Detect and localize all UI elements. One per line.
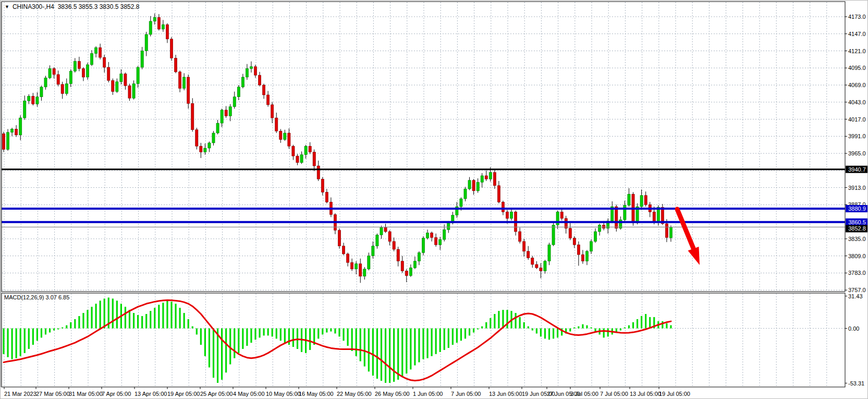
svg-text:22 May 05:00: 22 May 05:00 xyxy=(337,391,372,397)
chart-canvas[interactable]: 4173.04147.04121.04095.04069.04043.04017… xyxy=(1,1,868,399)
blue-support-hline-1[interactable] xyxy=(2,208,845,210)
svg-text:7 Jun 05:00: 7 Jun 05:00 xyxy=(451,391,481,397)
svg-text:21 Mar 2023: 21 Mar 2023 xyxy=(4,391,36,397)
svg-text:4017.0: 4017.0 xyxy=(848,116,866,123)
svg-text:31.43: 31.43 xyxy=(848,293,863,299)
svg-text:4121.0: 4121.0 xyxy=(848,48,866,54)
svg-text:19 Jul 05:00: 19 Jul 05:00 xyxy=(659,391,690,397)
svg-text:3852.8: 3852.8 xyxy=(848,225,866,232)
macd-histogram xyxy=(4,298,671,383)
mt4-chart-window: ▼CHINA300-,H4 3836.5 3855.3 3830.5 3852.… xyxy=(0,0,868,399)
time-axis[interactable]: 21 Mar 202327 Mar 05:0031 Mar 05:007 Apr… xyxy=(4,387,690,397)
svg-text:3940.7: 3940.7 xyxy=(848,166,866,173)
svg-text:1 Jun 05:00: 1 Jun 05:00 xyxy=(413,391,443,397)
chevron-down-icon[interactable]: ▼ xyxy=(5,4,9,9)
svg-text:4147.0: 4147.0 xyxy=(848,31,866,37)
svg-text:3860.5: 3860.5 xyxy=(848,219,866,225)
svg-text:3965.0: 3965.0 xyxy=(848,150,866,156)
hline-price-tag: 3940.7 xyxy=(846,166,868,173)
svg-text:13 Apr 05:00: 13 Apr 05:00 xyxy=(135,391,167,397)
svg-text:-53.31: -53.31 xyxy=(848,380,864,386)
svg-text:3 Jul 05:00: 3 Jul 05:00 xyxy=(570,391,598,397)
blue-hline-price-tag-1: 3880.9 xyxy=(846,205,868,212)
svg-text:7 Apr 05:00: 7 Apr 05:00 xyxy=(102,391,131,397)
black-resistance-hline[interactable] xyxy=(2,168,845,170)
svg-text:7 Jul 05:00: 7 Jul 05:00 xyxy=(600,391,628,397)
svg-text:19 Apr 05:00: 19 Apr 05:00 xyxy=(167,391,200,397)
svg-text:3757.0: 3757.0 xyxy=(848,287,866,293)
svg-text:25 Apr 05:00: 25 Apr 05:00 xyxy=(200,391,233,397)
symbol-info-bar: ▼CHINA300-,H4 3836.5 3855.3 3830.5 3852.… xyxy=(5,3,139,10)
ohlc-values: 3836.5 3855.3 3830.5 3852.8 xyxy=(58,3,140,10)
symbol-timeframe-label: CHINA300-,H4 xyxy=(13,3,54,10)
blue-hline-price-tag-2: 3860.5 xyxy=(846,219,868,226)
svg-text:16 May 05:00: 16 May 05:00 xyxy=(299,391,334,397)
blue-support-hline-2[interactable] xyxy=(2,221,845,223)
svg-text:10 May 05:00: 10 May 05:00 xyxy=(266,391,301,397)
svg-text:0.00: 0.00 xyxy=(848,325,859,332)
svg-text:3783.0: 3783.0 xyxy=(848,270,866,276)
macd-indicator-label: MACD(12,26,9) 3.07 6.85 xyxy=(4,294,69,300)
bid-price-tag: 3852.8 xyxy=(846,225,868,232)
red-down-arrow[interactable] xyxy=(677,209,700,265)
svg-text:26 May 05:00: 26 May 05:00 xyxy=(375,391,410,397)
svg-text:31 Mar 05:00: 31 Mar 05:00 xyxy=(69,391,103,397)
svg-text:3835.0: 3835.0 xyxy=(848,236,866,242)
svg-text:4173.0: 4173.0 xyxy=(848,14,866,20)
svg-text:4 May 05:00: 4 May 05:00 xyxy=(233,391,265,397)
svg-text:4095.0: 4095.0 xyxy=(848,65,866,71)
svg-text:4069.0: 4069.0 xyxy=(848,82,866,88)
svg-text:13 Jul 05:00: 13 Jul 05:00 xyxy=(630,391,661,397)
svg-text:3913.0: 3913.0 xyxy=(848,185,866,191)
candlestick-series xyxy=(2,14,672,283)
svg-text:4043.0: 4043.0 xyxy=(848,99,866,105)
price-axis[interactable]: 4173.04147.04121.04095.04069.04043.04017… xyxy=(845,14,866,386)
svg-text:13 Jun 05:00: 13 Jun 05:00 xyxy=(489,391,522,397)
svg-text:3880.9: 3880.9 xyxy=(848,205,866,212)
svg-text:3991.0: 3991.0 xyxy=(848,133,866,139)
svg-text:27 Mar 05:00: 27 Mar 05:00 xyxy=(36,391,70,397)
svg-text:3809.0: 3809.0 xyxy=(848,253,866,259)
